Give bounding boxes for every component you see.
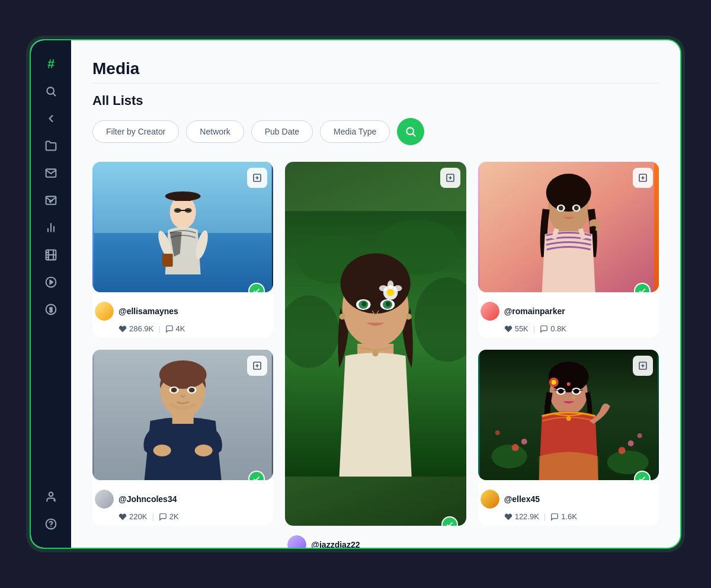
- sidebar-icon-folder[interactable]: [39, 134, 63, 158]
- add-to-list-button-3[interactable]: [633, 168, 653, 188]
- add-to-list-button-2[interactable]: [440, 168, 460, 188]
- orange-bar-3: [654, 162, 659, 292]
- svg-point-55: [373, 350, 379, 356]
- media-image-5: [478, 350, 659, 480]
- svg-point-46: [386, 302, 390, 306]
- add-to-list-button-4[interactable]: [247, 356, 267, 376]
- heart-icon: [118, 325, 127, 333]
- comments-stat-4: 2K: [159, 512, 179, 521]
- card-info-3: @romainparker 55K | 0.8K: [478, 292, 659, 338]
- filter-network-button[interactable]: Network: [186, 120, 244, 143]
- svg-point-64: [558, 206, 563, 210]
- creator-row-3: @romainparker: [481, 302, 656, 321]
- svg-point-29: [185, 208, 192, 213]
- stats-row-1: 286.9K | 4K: [95, 324, 271, 333]
- navigation-icon: [45, 113, 57, 124]
- likes-stat-3: 55K: [504, 324, 529, 333]
- svg-point-76: [189, 388, 195, 392]
- svg-point-95: [551, 380, 556, 385]
- add-list-icon: [446, 173, 455, 183]
- search-icon: [45, 85, 57, 97]
- sidebar-icon-play[interactable]: [39, 270, 63, 294]
- svg-point-91: [637, 433, 642, 438]
- section-title: All Lists: [92, 93, 659, 108]
- svg-point-78: [153, 445, 171, 456]
- svg-point-86: [511, 444, 518, 451]
- svg-point-16: [53, 499, 55, 501]
- main-content: Media All Lists Filter by Creator Networ…: [71, 40, 680, 548]
- creator-avatar-2: [287, 535, 306, 548]
- media-image-3: [478, 162, 659, 292]
- mail-check-icon: [45, 194, 57, 206]
- sidebar-icon-user-settings[interactable]: [39, 485, 63, 509]
- svg-line-1: [53, 94, 56, 96]
- stats-row-3: 55K | 0.8K: [481, 324, 656, 333]
- card-info-4: @Johncoles34 220K | 2K: [92, 480, 273, 526]
- sidebar-icon-mail[interactable]: [39, 161, 63, 185]
- comment-icon: [165, 325, 174, 333]
- media-card-1: @ellisamaynes 286.9K | 4K: [92, 162, 273, 338]
- add-list-icon: [638, 173, 648, 183]
- sidebar-icon-dollar[interactable]: [39, 298, 63, 321]
- creator-handle-4: @Johncoles34: [118, 494, 177, 504]
- filter-pubdate-button[interactable]: Pub Date: [251, 120, 313, 143]
- add-to-list-button-1[interactable]: [247, 168, 267, 188]
- sidebar-icon-search[interactable]: [39, 79, 63, 103]
- creator-avatar-5: [481, 490, 499, 509]
- media-image-1: [92, 162, 273, 292]
- search-button[interactable]: [397, 118, 424, 145]
- dollar-icon: [45, 303, 57, 315]
- card-info-1: @ellisamaynes 286.9K | 4K: [92, 292, 273, 338]
- svg-point-50: [394, 285, 402, 291]
- creator-handle-2: @jazzdiaz22: [311, 540, 360, 548]
- mail-icon: [45, 167, 57, 179]
- svg-point-88: [618, 447, 625, 454]
- svg-point-48: [387, 289, 394, 296]
- media-card-2: @jazzdiaz22 105.2K | 1.2K: [285, 162, 466, 526]
- add-to-list-button-5[interactable]: [633, 356, 653, 376]
- comments-stat-3: 0.8K: [540, 324, 566, 333]
- creator-row-4: @Johncoles34: [95, 490, 271, 509]
- svg-rect-30: [162, 254, 173, 267]
- card-info-2: @jazzdiaz22 105.2K | 1.2K: [285, 526, 466, 548]
- svg-point-100: [566, 382, 570, 386]
- sidebar-icon-chart[interactable]: [39, 216, 63, 239]
- likes-stat-1: 286.9K: [118, 324, 153, 333]
- media-card-4: @Johncoles34 220K | 2K: [92, 350, 273, 526]
- sidebar: #: [31, 40, 71, 548]
- creator-handle-5: @ellex45: [504, 494, 540, 504]
- creator-handle-3: @romainparker: [504, 306, 565, 316]
- svg-point-53: [406, 314, 412, 319]
- svg-line-20: [413, 134, 415, 136]
- heart-icon: [118, 513, 127, 521]
- svg-point-52: [340, 314, 345, 319]
- sidebar-icon-nav[interactable]: [39, 107, 63, 130]
- sidebar-icon-media[interactable]: [39, 243, 63, 267]
- creator-row-5: @ellex45: [481, 490, 656, 509]
- svg-point-79: [195, 445, 213, 456]
- sidebar-icon-help[interactable]: [39, 512, 63, 536]
- filter-mediatype-button[interactable]: Media Type: [320, 120, 390, 143]
- add-list-icon: [252, 361, 262, 370]
- svg-point-45: [362, 302, 367, 306]
- creator-row-1: @ellisamaynes: [95, 302, 271, 321]
- svg-rect-25: [174, 193, 192, 201]
- heart-icon: [504, 325, 513, 333]
- filter-bar: Filter by Creator Network Pub Date Media…: [92, 118, 659, 145]
- add-list-icon: [252, 173, 262, 183]
- svg-point-28: [174, 208, 181, 213]
- sidebar-icon-hash[interactable]: #: [39, 52, 63, 76]
- svg-point-40: [341, 253, 411, 314]
- media-image-4: [92, 350, 273, 480]
- folder-icon: [45, 140, 57, 152]
- filter-creator-button[interactable]: Filter by Creator: [92, 120, 179, 143]
- add-list-icon: [638, 361, 648, 370]
- likes-stat-5: 122.9K: [504, 512, 539, 521]
- hash-icon: #: [47, 56, 55, 72]
- svg-point-84: [491, 445, 527, 468]
- comment-icon: [159, 513, 167, 521]
- sidebar-icon-mail-check[interactable]: [39, 188, 63, 212]
- svg-point-101: [571, 396, 575, 400]
- svg-point-61: [546, 174, 591, 212]
- svg-point-90: [495, 430, 499, 435]
